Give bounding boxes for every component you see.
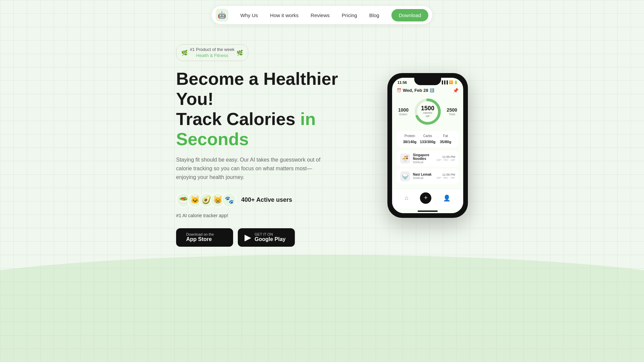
hero-title-line2-normal: Track Calories bbox=[176, 109, 300, 129]
googleplay-button[interactable]: ▶ GET IT ON Google Play bbox=[238, 228, 295, 247]
nav-link-why-us[interactable]: Why Us bbox=[235, 10, 264, 21]
leaf-left-icon: 🌿 bbox=[181, 50, 188, 56]
hero-description: Staying fit should be easy. Our AI takes… bbox=[176, 156, 324, 182]
user-avatars: 🥗 🐱 🥑 😸 🐾 bbox=[176, 193, 236, 207]
calories-total-label: Total bbox=[447, 113, 457, 116]
app-content: ⏰ Wed, Feb 28 ℹ️ 📌 1000 Eaten bbox=[392, 86, 463, 186]
avatar-5: 🐾 bbox=[222, 193, 236, 207]
navbar: 🤖 Why Us How it works Reviews Pricing Bl… bbox=[0, 0, 644, 24]
food-info-1: Nasi Lemak 500kcal bbox=[413, 173, 434, 180]
phone-screen: 11:56 ▐▐▐ 🛜 🔋 ⏰ Wed, Feb 28 ℹ️ bbox=[392, 78, 463, 213]
macros-header: Protein Carbs Fat bbox=[401, 134, 454, 138]
status-bar: 11:56 ▐▐▐ 🛜 🔋 bbox=[392, 78, 463, 86]
hero-title: Become a Healthier You! Track Calories i… bbox=[176, 69, 361, 149]
calorie-center: 1500 caloriesleft bbox=[421, 105, 434, 118]
macros-values: 38/140g 133/300g 35/80g bbox=[401, 140, 454, 144]
clock-icon: ⏰ bbox=[397, 88, 401, 93]
appstore-main: App Store bbox=[186, 236, 214, 242]
food-time-section-1: 11:56 PM 18P · 58C · 25F bbox=[436, 173, 455, 179]
calorie-section: 1000 Eaten 1500 caloriesleft bbox=[397, 97, 459, 127]
tagline: #1 AI calorie tracker app! bbox=[176, 213, 361, 218]
hero-section: 🌿 #1 Product of the week Health & Fitnes… bbox=[87, 24, 557, 260]
carbs-value: 133/300g bbox=[419, 140, 436, 144]
appstore-sub: Download on the bbox=[186, 232, 214, 236]
active-users-count: 400+ Active users bbox=[241, 196, 292, 203]
add-nav-button: + bbox=[420, 192, 431, 204]
phone-time: 11:56 bbox=[397, 80, 407, 84]
food-emoji-1: 🍚 bbox=[400, 171, 410, 181]
calories-left-num: 1500 bbox=[421, 105, 434, 111]
food-item-0: 🍜 Singapore Noodles 500kcal 11:55 PM 20P… bbox=[397, 150, 459, 167]
fat-label: Fat bbox=[437, 134, 454, 138]
food-info-0: Singapore Noodles 500kcal bbox=[413, 153, 434, 164]
wifi-icon: 🛜 bbox=[449, 80, 453, 84]
appstore-button[interactable]: Download on the App Store bbox=[176, 228, 233, 247]
nav-link-how-it-works[interactable]: How it works bbox=[265, 10, 304, 21]
social-proof: 🥗 🐱 🥑 😸 🐾 400+ Active users bbox=[176, 193, 361, 207]
food-time-0: 11:55 PM bbox=[436, 155, 455, 159]
calories-total: 2500 Total bbox=[447, 107, 457, 116]
calories-left-label: caloriesleft bbox=[421, 111, 434, 118]
signal-icon: ▐▐▐ bbox=[441, 80, 448, 84]
nav-links: Why Us How it works Reviews Pricing Blog bbox=[235, 10, 385, 21]
food-time-1: 11:56 PM bbox=[436, 173, 455, 176]
macros-section: Protein Carbs Fat 38/140g 133/300g 35/80… bbox=[397, 131, 459, 147]
calorie-ring: 1500 caloriesleft bbox=[413, 97, 443, 127]
logo-icon: 🤖 bbox=[218, 11, 226, 19]
profile-nav-icon: 👤 bbox=[443, 194, 450, 202]
home-indicator bbox=[418, 210, 438, 212]
download-buttons: Download on the App Store ▶ GET IT ON Go… bbox=[176, 228, 361, 247]
date-text: Wed, Feb 28 bbox=[403, 88, 428, 93]
battery-icon: 🔋 bbox=[454, 80, 458, 84]
protein-value: 38/140g bbox=[401, 140, 419, 144]
food-item-1: 🍚 Nasi Lemak 500kcal 11:56 PM 18P · 58C … bbox=[397, 169, 459, 184]
food-cal-0: 500kcal bbox=[413, 161, 434, 164]
info-icon: ℹ️ bbox=[430, 88, 434, 93]
app-date: ⏰ Wed, Feb 28 ℹ️ bbox=[397, 88, 434, 93]
award-badge: 🌿 #1 Product of the week Health & Fitnes… bbox=[176, 44, 248, 61]
calories-eaten-num: 1000 bbox=[398, 107, 409, 113]
date-row: ⏰ Wed, Feb 28 ℹ️ 📌 bbox=[397, 88, 459, 93]
award-badge-text: #1 Product of the week Health & Fitness bbox=[190, 47, 234, 59]
food-name-1: Nasi Lemak bbox=[413, 173, 434, 176]
hero-left: 🌿 #1 Product of the week Health & Fitnes… bbox=[176, 44, 361, 247]
nav-download-button[interactable]: Download bbox=[391, 9, 429, 21]
play-icon: ▶ bbox=[245, 232, 251, 243]
fat-value: 35/80g bbox=[437, 140, 454, 144]
hero-title-line1: Become a Healthier You! bbox=[176, 69, 338, 109]
food-emoji-0: 🍜 bbox=[400, 154, 410, 164]
status-icons: ▐▐▐ 🛜 🔋 bbox=[441, 80, 458, 84]
phone-mockup: 11:56 ▐▐▐ 🛜 🔋 ⏰ Wed, Feb 28 ℹ️ bbox=[387, 73, 468, 218]
award-category: Health & Fitness bbox=[190, 53, 234, 59]
nav-link-reviews[interactable]: Reviews bbox=[305, 10, 335, 21]
food-macros-0: 20P · 75C · 10F bbox=[436, 159, 455, 162]
brand-logo: 🤖 bbox=[216, 9, 228, 21]
add-icon: + bbox=[424, 194, 428, 201]
googleplay-text: GET IT ON Google Play bbox=[255, 232, 285, 242]
googleplay-sub: GET IT ON bbox=[255, 232, 285, 236]
food-time-section-0: 11:55 PM 20P · 75C · 10F bbox=[436, 155, 455, 162]
calories-eaten: 1000 Eaten bbox=[398, 107, 409, 116]
food-list: 🍜 Singapore Noodles 500kcal 11:55 PM 20P… bbox=[397, 150, 459, 186]
nav-link-blog[interactable]: Blog bbox=[364, 10, 385, 21]
carbs-label: Carbs bbox=[419, 134, 436, 138]
food-cal-1: 500kcal bbox=[413, 176, 434, 180]
pin-icon: 📌 bbox=[453, 88, 459, 93]
nav-container: 🤖 Why Us How it works Reviews Pricing Bl… bbox=[212, 6, 433, 24]
appstore-text: Download on the App Store bbox=[186, 232, 214, 242]
leaf-right-icon: 🌿 bbox=[236, 50, 243, 56]
nav-link-pricing[interactable]: Pricing bbox=[336, 10, 363, 21]
food-macros-1: 18P · 58C · 25F bbox=[436, 176, 455, 179]
phone-notch bbox=[414, 78, 441, 85]
home-nav-icon: ⌂ bbox=[405, 194, 409, 201]
calories-total-num: 2500 bbox=[447, 107, 457, 113]
protein-label: Protein bbox=[401, 134, 419, 138]
food-name-0: Singapore Noodles bbox=[413, 153, 434, 161]
googleplay-main: Google Play bbox=[255, 236, 285, 242]
phone-mockup-container: 11:56 ▐▐▐ 🛜 🔋 ⏰ Wed, Feb 28 ℹ️ bbox=[387, 73, 468, 218]
phone-bottom-nav: ⌂ + 👤 bbox=[392, 189, 463, 208]
calories-eaten-label: Eaten bbox=[398, 113, 409, 116]
